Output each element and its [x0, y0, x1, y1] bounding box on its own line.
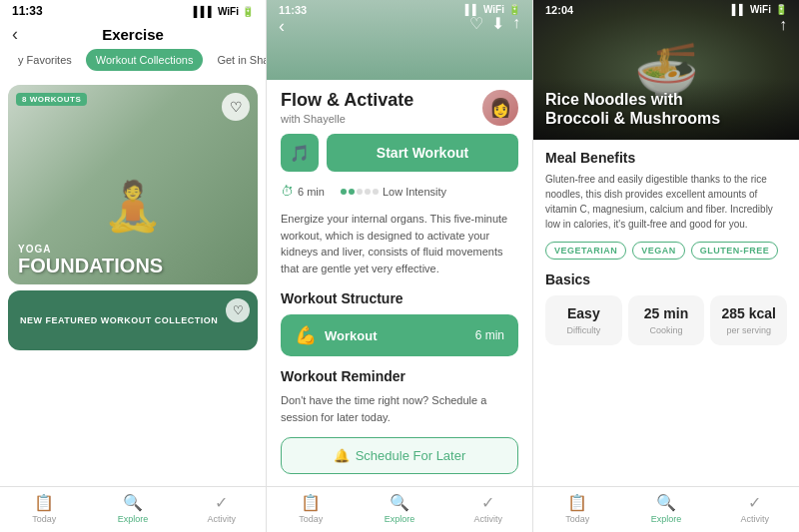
- featured-text: NEW FEATURED WORKOUT COLLECTION: [20, 315, 218, 325]
- clock-icon: ⏱: [281, 184, 294, 199]
- nav-today-2[interactable]: 📋 Today: [267, 493, 356, 524]
- music-button[interactable]: 🎵: [281, 134, 319, 172]
- signal-icon: ▌▌▌: [194, 6, 215, 17]
- explore-icon-3: 🔍: [656, 493, 676, 512]
- activity-label-1: Activity: [207, 514, 236, 524]
- nav-explore-1[interactable]: 🔍 Explore: [89, 493, 178, 524]
- panel-exercise: 11:33 ▌▌▌ WiFi 🔋 ‹ Exercise y Favorites …: [0, 0, 267, 532]
- intensity-label: Low Intensity: [383, 186, 446, 198]
- yoga-card[interactable]: 🧘 YOGA FOUNDATIONS 8 WORKOUTS ♡ First St…: [8, 85, 258, 284]
- tag-vegetarian[interactable]: VEGETARIAN: [545, 242, 626, 260]
- p2-meta: ⏱ 6 min Low Intensity: [281, 184, 518, 199]
- wifi-icon: WiFi: [218, 6, 239, 17]
- schedule-label: Schedule For Later: [356, 448, 466, 463]
- calories-value: 285 kcal: [721, 305, 776, 321]
- difficulty-value: Easy: [567, 305, 600, 321]
- activity-label-3: Activity: [740, 514, 769, 524]
- featured-workout-card[interactable]: NEW FEATURED WORKOUT COLLECTION ♡: [8, 290, 258, 350]
- p2-back-button[interactable]: ‹: [279, 16, 285, 37]
- battery-icon: 🔋: [242, 6, 254, 17]
- today-icon-2: 📋: [301, 493, 321, 512]
- activity-icon-3: ✓: [748, 493, 761, 512]
- p3-basics-title: Basics: [545, 271, 787, 287]
- p2-description: Energize your internal organs. This five…: [281, 211, 518, 276]
- p2-reminder-desc: Don't have the time right now? Schedule …: [281, 392, 518, 425]
- intensity-dots: [341, 189, 379, 195]
- status-icons-1: ▌▌▌ WiFi 🔋: [194, 6, 254, 17]
- cooking-label: Cooking: [649, 325, 682, 335]
- heart-icon-2[interactable]: ♡: [226, 298, 250, 322]
- tag-vegan[interactable]: VEGAN: [632, 242, 685, 260]
- schedule-for-later-button[interactable]: 🔔 Schedule For Later: [281, 437, 518, 474]
- download-icon-p2[interactable]: ⬇: [491, 14, 504, 33]
- workout-emoji: 💪: [295, 324, 317, 346]
- dot-3: [357, 189, 363, 195]
- nav-activity-1[interactable]: ✓ Activity: [177, 493, 266, 524]
- p2-workout-item-left: 💪 Workout: [295, 324, 377, 346]
- tab-get-in-shape[interactable]: Get in Shape: [207, 49, 266, 71]
- activity-icon-1: ✓: [215, 493, 228, 512]
- schedule-bell-icon: 🔔: [334, 448, 350, 463]
- basic-calories: 285 kcal per serving: [710, 295, 787, 345]
- p3-content: Meal Benefits Gluten-free and easily dig…: [533, 140, 799, 486]
- today-label-1: Today: [32, 514, 56, 524]
- yoga-figure-icon: 🧘: [103, 179, 163, 235]
- p3-meal-benefits-title: Meal Benefits: [545, 150, 787, 166]
- cooking-value: 25 min: [644, 305, 688, 321]
- nav-today-1[interactable]: 📋 Today: [0, 493, 89, 524]
- tag-gluten-free[interactable]: GLUTEN-FREE: [691, 242, 779, 260]
- p2-title-block: Flow & Activate with Shayelle: [281, 90, 413, 125]
- exercise-tabs: y Favorites Workout Collections Get in S…: [0, 49, 266, 77]
- p2-workout-title: Flow & Activate: [281, 90, 413, 111]
- today-icon-3: 📋: [567, 493, 587, 512]
- status-bar-1: 11:33 ▌▌▌ WiFi 🔋: [0, 0, 266, 22]
- basic-cooking: 25 min Cooking: [628, 295, 705, 345]
- dot-5: [373, 189, 379, 195]
- p2-trainer-avatar: 👩: [482, 90, 518, 126]
- nav-activity-3[interactable]: ✓ Activity: [710, 493, 799, 524]
- back-button[interactable]: ‹: [12, 24, 18, 45]
- start-workout-button[interactable]: Start Workout: [327, 134, 518, 172]
- dot-4: [365, 189, 371, 195]
- p2-title-row: Flow & Activate with Shayelle 👩: [281, 90, 518, 126]
- nav-explore-3[interactable]: 🔍 Explore: [622, 493, 711, 524]
- today-label-2: Today: [299, 514, 323, 524]
- nav-today-3[interactable]: 📋 Today: [533, 493, 622, 524]
- calories-label: per serving: [726, 325, 771, 335]
- explore-label-3: Explore: [651, 514, 682, 524]
- p3-signal-icon: ▌▌: [732, 4, 746, 16]
- p3-hero-overlay: Rice Noodles withBroccoli & Mushrooms: [533, 78, 799, 140]
- p2-structure-title: Workout Structure: [281, 290, 518, 306]
- p1-content: 🧘 YOGA FOUNDATIONS 8 WORKOUTS ♡ First St…: [0, 77, 266, 486]
- panel-flow-activate: 11:33 ▌▌ WiFi 🔋 ‹ ♡ ⬇ ↑ Flow & Activate …: [267, 0, 533, 532]
- nav-explore-2[interactable]: 🔍 Explore: [356, 493, 444, 524]
- dot-2: [349, 189, 355, 195]
- today-label-3: Today: [565, 514, 589, 524]
- heart-icon-1[interactable]: ♡: [222, 93, 250, 121]
- p2-subtitle: with Shayelle: [281, 113, 413, 125]
- heart-icon-p2[interactable]: ♡: [469, 14, 483, 33]
- p2-duration: ⏱ 6 min: [281, 184, 325, 199]
- p3-status-bar: 12:04 ▌▌ WiFi 🔋: [533, 4, 799, 16]
- difficulty-label: Difficulty: [566, 325, 600, 335]
- p2-workout-item[interactable]: 💪 Workout 6 min: [281, 314, 518, 356]
- p2-header: 11:33 ▌▌ WiFi 🔋 ‹ ♡ ⬇ ↑: [267, 0, 532, 80]
- share-icon-p3[interactable]: ↑: [779, 16, 787, 34]
- tab-favorites[interactable]: y Favorites: [8, 49, 82, 71]
- basic-difficulty: Easy Difficulty: [545, 295, 622, 345]
- share-icon-p2[interactable]: ↑: [512, 14, 520, 33]
- activity-label-2: Activity: [473, 514, 502, 524]
- workout-item-name: Workout: [325, 328, 377, 343]
- nav-activity-2[interactable]: ✓ Activity: [443, 493, 532, 524]
- tab-workout-collections[interactable]: Workout Collections: [86, 49, 204, 71]
- exercise-header: ‹ Exercise: [0, 22, 266, 49]
- p2-content: Flow & Activate with Shayelle 👩 🎵 Start …: [267, 80, 532, 486]
- p2-header-icons: ♡ ⬇ ↑: [469, 14, 520, 33]
- explore-icon-1: 🔍: [123, 493, 143, 512]
- dot-1: [341, 189, 347, 195]
- time-3: 12:04: [545, 4, 573, 16]
- p3-hero: 🍜 12:04 ▌▌ WiFi 🔋 ↑ Rice Noodles withBro…: [533, 0, 799, 140]
- bottom-nav-1: 📋 Today 🔍 Explore ✓ Activity: [0, 486, 266, 532]
- time-2: 11:33: [279, 4, 307, 16]
- p2-btn-row: 🎵 Start Workout: [281, 134, 518, 172]
